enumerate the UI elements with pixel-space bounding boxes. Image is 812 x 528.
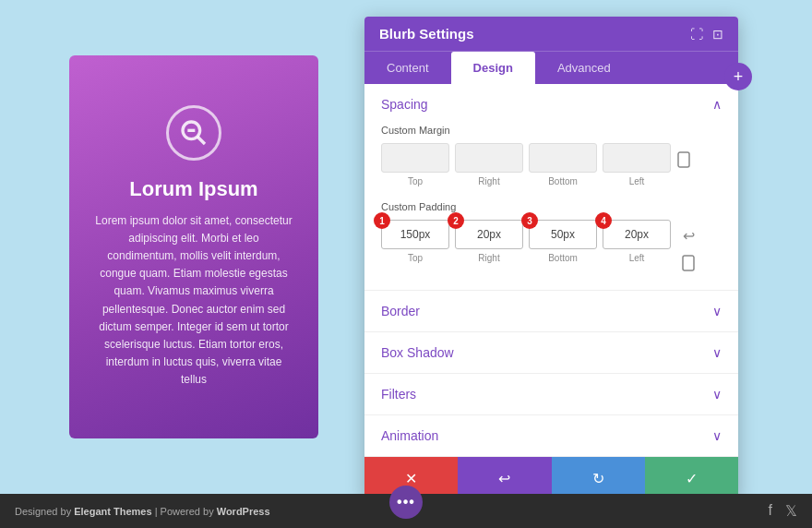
padding-right-badge: 2	[448, 212, 464, 229]
margin-label: Custom Margin	[381, 125, 722, 136]
padding-right-field: 2 Right	[455, 220, 523, 263]
box-shadow-chevron-icon: ∨	[712, 345, 722, 360]
padding-right-input[interactable]	[455, 220, 523, 249]
margin-left-field: Left	[603, 143, 671, 186]
margin-right-field: Right	[455, 143, 523, 186]
padding-left-label: Left	[629, 253, 645, 263]
twitter-icon[interactable]: 𝕏	[785, 502, 797, 520]
plus-button[interactable]: +	[724, 63, 752, 90]
box-shadow-section-header[interactable]: Box Shadow ∨	[364, 332, 738, 373]
padding-bottom-field: 3 Bottom	[529, 220, 597, 263]
margin-top-field: Top	[381, 143, 449, 186]
blurb-icon	[166, 105, 221, 161]
filters-section-header[interactable]: Filters ∨	[364, 374, 738, 414]
facebook-icon[interactable]: f	[769, 502, 772, 520]
padding-top-input[interactable]	[381, 220, 449, 249]
tab-content[interactable]: Content	[364, 52, 451, 84]
border-section-header[interactable]: Border ∨	[364, 291, 738, 331]
padding-left-wrapper: 4	[603, 220, 671, 249]
settings-panel: Blurb Settings ⛶ ⊡ Content Design Advanc…	[364, 17, 738, 499]
padding-left-field: 4 Left	[603, 220, 671, 263]
layout-icon[interactable]: ⊡	[712, 27, 723, 42]
margin-left-input[interactable]	[603, 143, 671, 173]
margin-link-icon[interactable]	[676, 150, 691, 173]
border-section: Border ∨	[364, 291, 738, 332]
box-shadow-section-title: Box Shadow	[381, 345, 454, 360]
bottom-bar-social-icons: f 𝕏	[769, 502, 797, 520]
padding-bottom-input[interactable]	[529, 220, 597, 249]
tabs: Content Design Advanced	[364, 51, 738, 84]
tab-advanced[interactable]: Advanced	[535, 52, 633, 84]
elegant-themes-link[interactable]: Elegant Themes	[74, 506, 151, 517]
panel-body: Spacing ∧ Custom Margin Top Right	[364, 84, 738, 499]
spacing-content: Custom Margin Top Right Bottom	[364, 121, 738, 290]
blurb-card: Lorum Ipsum Lorem ipsum dolor sit amet, …	[69, 55, 318, 438]
filters-chevron-icon: ∨	[712, 387, 722, 402]
bottom-bar-text: Designed by Elegant Themes | Powered by …	[15, 506, 270, 517]
search-minus-icon	[179, 118, 209, 148]
svg-rect-3	[678, 152, 689, 167]
padding-top-wrapper: 1	[381, 220, 449, 249]
tab-design[interactable]: Design	[451, 52, 535, 84]
svg-line-2	[197, 137, 205, 144]
blurb-title: Lorum Ipsum	[129, 177, 257, 201]
padding-left-input[interactable]	[603, 220, 671, 249]
spacing-chevron-icon: ∧	[712, 97, 722, 112]
padding-bottom-badge: 3	[521, 212, 538, 229]
panel-header: Blurb Settings ⛶ ⊡	[364, 17, 738, 51]
border-chevron-icon: ∨	[712, 304, 722, 318]
margin-right-label: Right	[478, 176, 499, 186]
padding-top-badge: 1	[374, 212, 390, 229]
padding-bottom-wrapper: 3	[529, 220, 597, 249]
spacing-title: Spacing	[381, 97, 428, 112]
padding-bottom-label: Bottom	[548, 253, 578, 263]
padding-top-field: 1 Top	[381, 220, 449, 263]
margin-bottom-field: Bottom	[529, 143, 597, 186]
margin-bottom-input[interactable]	[529, 143, 597, 173]
padding-link-icon[interactable]	[676, 251, 700, 275]
dots-menu-button[interactable]: •••	[389, 486, 423, 519]
margin-right-input[interactable]	[455, 143, 523, 173]
filters-section-title: Filters	[381, 387, 416, 402]
padding-label: Custom Padding	[381, 201, 722, 212]
padding-top-label: Top	[408, 253, 423, 263]
margin-bottom-label: Bottom	[548, 176, 578, 186]
margin-left-label: Left	[629, 176, 645, 186]
border-section-title: Border	[381, 304, 420, 318]
animation-section-title: Animation	[381, 428, 438, 443]
filters-section: Filters ∨	[364, 374, 738, 415]
spacing-section: Spacing ∧ Custom Margin Top Right	[364, 84, 738, 291]
spacing-header[interactable]: Spacing ∧	[364, 84, 738, 121]
animation-section-header[interactable]: Animation ∨	[364, 415, 738, 456]
animation-section: Animation ∨	[364, 415, 738, 457]
margin-top-label: Top	[408, 176, 423, 186]
svg-rect-4	[683, 256, 694, 270]
wordpress-link[interactable]: WordPress	[217, 506, 270, 517]
padding-left-badge: 4	[595, 212, 612, 229]
padding-right-wrapper: 2	[455, 220, 523, 249]
panel-title: Blurb Settings	[379, 26, 474, 42]
box-shadow-section: Box Shadow ∨	[364, 332, 738, 374]
margin-top-input[interactable]	[381, 143, 449, 173]
padding-reset-icon[interactable]: ↩	[676, 223, 700, 247]
fullscreen-icon[interactable]: ⛶	[690, 27, 703, 42]
animation-chevron-icon: ∨	[712, 428, 722, 443]
panel-header-icons: ⛶ ⊡	[690, 27, 723, 42]
padding-actions: ↩	[676, 223, 700, 275]
dots-label: •••	[397, 494, 415, 510]
padding-right-label: Right	[478, 253, 499, 263]
blurb-body-text: Lorem ipsum dolor sit amet, consectetur …	[92, 212, 295, 390]
